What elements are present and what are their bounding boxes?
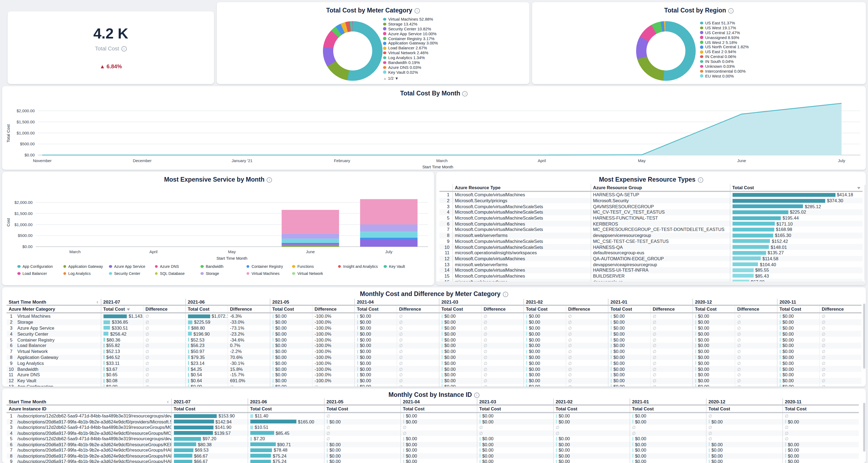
resource-row[interactable]: 6Microsoft.Compute/virtualMachinesKERBER…	[439, 221, 863, 227]
resource-row[interactable]: 1Microsoft.Compute/virtualMachinesHARNES…	[439, 192, 863, 198]
month-group-header[interactable]: 2021-01	[608, 299, 692, 305]
col-header-total-cost[interactable]: Total Cost	[730, 184, 863, 192]
instance-row[interactable]: 6/subscriptions/20d6a917-99fa-4b1b-9b2e-…	[6, 441, 859, 447]
resource-row[interactable]: 2Microsoft.Security/pricingsMicrosoft.Se…	[439, 198, 863, 203]
area-chart[interactable]: $0.00$500.00$1,000.00$1,500.00$2,000.00N…	[4, 96, 864, 169]
resource-row[interactable]: 9Microsoft.Compute/virtualMachineScaleSe…	[439, 238, 863, 244]
info-icon[interactable]: i	[474, 393, 479, 398]
legend-item[interactable]: Bandwidth	[200, 264, 246, 269]
total-cost-header[interactable]: Total Cost	[782, 405, 859, 412]
meter-category-row[interactable]: 13App Configuration$0.00∅$0.00∅$0.00∅$0.…	[6, 383, 862, 386]
legend-item[interactable]: EU West 0.00%	[700, 74, 749, 79]
total-cost-header[interactable]: Total Cost	[608, 305, 650, 313]
info-icon[interactable]: i	[728, 8, 734, 13]
legend-item[interactable]: Virtual Machines 52.88%	[383, 17, 438, 22]
resource-row[interactable]: 15Microsoft.Compute/virtualMachinesBUILD…	[439, 273, 863, 279]
resource-row[interactable]: 11microsoft.operationalinsights/workspac…	[439, 250, 863, 256]
resource-row[interactable]: 8microsoft.web/serverfarmsdevappservicer…	[439, 233, 863, 238]
meter-category-donut-chart[interactable]	[323, 21, 382, 81]
legend-item[interactable]: Unknown 0.03%	[700, 64, 749, 69]
legend-item[interactable]: Azure DNS	[155, 264, 200, 269]
total-cost-header[interactable]: Total Cost	[777, 305, 819, 313]
total-cost-header[interactable]: Total Cost	[439, 305, 481, 313]
resource-row[interactable]: 3Microsoft.Compute/virtualMachineScaleSe…	[439, 204, 863, 209]
instance-row[interactable]: 9/subscriptions/20d6a917-99fa-4b1b-9b2e-…	[6, 459, 859, 463]
legend-item[interactable]: Log Analytics	[63, 271, 109, 276]
legend-item[interactable]: Security Center	[109, 271, 155, 276]
legend-item[interactable]: Application Gateway	[63, 264, 109, 269]
month-group-header[interactable]: 2020-12	[692, 299, 777, 305]
month-group-header[interactable]: 2021-06	[185, 299, 270, 305]
month-group-header[interactable]: 2021-05	[270, 299, 354, 305]
meter-category-row[interactable]: 12Key Vault$0.08∅$0.64691.0%$0.00-100.0%…	[6, 378, 862, 384]
legend-item[interactable]: IN Central 0.06%	[700, 54, 749, 59]
meter-category-row[interactable]: 4Security Center$256.42∅$196.90-23.2%$0.…	[6, 331, 862, 337]
month-group-header[interactable]: 2021-07	[101, 299, 185, 305]
total-cost-header[interactable]: Total Cost	[270, 305, 312, 313]
col-header-resource-group[interactable]: Azure Resource Group	[591, 184, 730, 192]
resource-row[interactable]: 10Microsoft.Compute/virtualMachineScaleS…	[439, 244, 863, 250]
difference-header[interactable]: Difference	[481, 305, 523, 313]
legend-item[interactable]: Azure App Service 10.00%	[383, 31, 438, 36]
meter-category-row[interactable]: 11Azure DNS$0.65∅$0.54-15.7%$0.00-100.0%…	[6, 372, 862, 378]
scrollbar-thumb[interactable]	[863, 403, 865, 452]
meter-category-row[interactable]: 6Load Balancer$55.82∅$56.230.7%$0.00-100…	[6, 343, 862, 349]
month-group-header[interactable]: 2021-02	[553, 399, 629, 405]
instance-row[interactable]: 2/subscriptions/20d6a917-99fa-4b1b-9b2e-…	[6, 419, 859, 425]
instance-row[interactable]: 4/subscriptions/20d6a917-99fa-4b1b-9b2e-…	[6, 430, 859, 436]
legend-item[interactable]: SQL Database	[155, 271, 200, 276]
meter-category-row[interactable]: 8Application Gateway$46.52∅$79.3570.6%$0…	[6, 354, 862, 360]
page-up-icon[interactable]: ▲	[383, 77, 387, 80]
legend-item[interactable]: US West 2 5.18%	[700, 40, 749, 45]
resource-row[interactable]: 14Microsoft.Compute/virtualMachinesHARNE…	[439, 267, 863, 273]
col-header-resource-type[interactable]: Azure Resource Type	[453, 184, 591, 192]
month-group-header[interactable]: 2021-02	[523, 299, 608, 305]
month-group-header[interactable]: 2021-05	[324, 399, 400, 405]
month-group-header[interactable]: 2020-11	[782, 399, 859, 405]
difference-header[interactable]: Difference	[312, 305, 354, 313]
legend-item[interactable]: Insight and Analytics	[338, 264, 384, 269]
meter-category-row[interactable]: 3Azure App Service$330.51∅$88.80-73.1%$0…	[6, 325, 862, 331]
total-cost-header[interactable]: Total Cost	[101, 305, 143, 313]
region-donut-chart[interactable]	[636, 21, 696, 81]
sort-caret-icon[interactable]	[857, 187, 860, 189]
difference-header[interactable]: Difference	[143, 305, 185, 313]
instance-row[interactable]: 3/subscriptions/12d2db62-5aa9-471d-84bb-…	[6, 425, 859, 430]
month-group-header[interactable]: 2021-06	[248, 399, 324, 405]
total-cost-header[interactable]: Total Cost	[553, 405, 629, 412]
legend-item[interactable]: Azure App Service	[109, 264, 155, 269]
instance-row[interactable]: 5/subscriptions/12d2db62-5aa9-471d-84bb-…	[6, 436, 859, 441]
month-group-header[interactable]: 2021-07	[171, 399, 248, 405]
legend-item[interactable]: IN South 0.04%	[700, 59, 749, 64]
legend-item[interactable]: Bandwidth 0.19%	[383, 60, 438, 65]
total-cost-header[interactable]: Total Cost	[185, 305, 227, 313]
difference-header[interactable]: Difference	[397, 305, 439, 313]
meter-category-row[interactable]: 2Storage$336.85∅$225.59-33.0%$0.00-100.0…	[6, 319, 862, 325]
legend-item[interactable]: Log Analytics 1.34%	[383, 55, 438, 60]
legend-item[interactable]: Unassigned 8.93%	[700, 35, 749, 40]
instance-row[interactable]: 8/subscriptions/20d6a917-99fa-4b1b-9b2e-…	[6, 453, 859, 459]
scrollbar-track[interactable]	[864, 185, 866, 281]
legend-item[interactable]: Storage	[200, 271, 246, 276]
meter-category-row[interactable]: 10Bandwidth$3.67∅$4.2515.8%$0.00-100.0%$…	[6, 366, 862, 372]
info-icon[interactable]: i	[414, 8, 420, 13]
legend-item[interactable]: Storage 13.42%	[383, 22, 438, 27]
legend-item[interactable]: Virtual Network	[292, 271, 338, 276]
legend-item[interactable]: US Central 12.47%	[700, 30, 749, 35]
legend-item[interactable]: Key Vault	[384, 264, 430, 269]
legend-item[interactable]: Virtual Machines	[247, 271, 292, 276]
legend-item[interactable]: US East 51.37%	[700, 21, 749, 26]
legend-item[interactable]: Key Vault 0.02%	[383, 70, 438, 75]
meter-category-row[interactable]: 7Virtual Network$52.13∅$50.97-2.2%$0.00-…	[6, 349, 862, 354]
legend-item[interactable]: Azure DNS 0.03%	[383, 65, 438, 70]
legend-item[interactable]: Functions	[292, 264, 338, 269]
total-cost-header[interactable]: Total Cost	[523, 305, 566, 313]
row-dimension-header[interactable]: Azure Instance ID	[6, 405, 171, 412]
resource-row[interactable]: 5Microsoft.Compute/virtualMachineScaleSe…	[439, 215, 863, 221]
difference-header[interactable]: Difference	[819, 305, 862, 313]
chevron-left-icon[interactable]: ‹	[96, 299, 98, 305]
info-icon[interactable]: i	[121, 46, 126, 52]
total-cost-header[interactable]: Total Cost	[477, 405, 553, 412]
legend-item[interactable]: Container Registry	[247, 264, 292, 269]
legend-item[interactable]: Virtual Network 2.46%	[383, 51, 438, 55]
